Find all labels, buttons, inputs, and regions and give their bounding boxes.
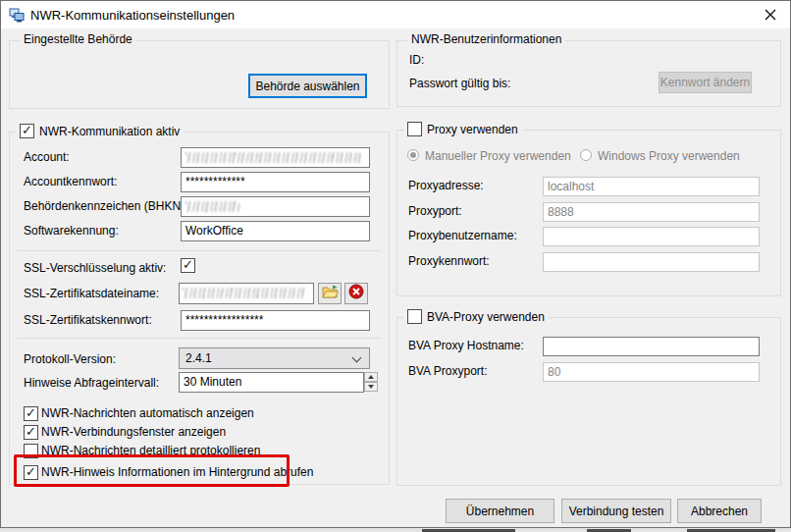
- close-button[interactable]: [751, 1, 790, 28]
- proxybenutzername-field[interactable]: [543, 227, 760, 246]
- red-highlight-annotation: [14, 454, 290, 487]
- intervall-spinner: [364, 372, 378, 393]
- verbindung-testen-button[interactable]: Verbindung testen: [561, 499, 671, 523]
- checkbox-label: NWR-Nachrichten automatisch anzeigen: [41, 406, 254, 420]
- dialog-window: NWR-Kommunikationseinstellungen Eingeste…: [0, 0, 791, 528]
- bva-hostname-field[interactable]: [543, 337, 760, 356]
- redacted-bhknz-value: [185, 201, 239, 212]
- ssl-datei-field[interactable]: [179, 283, 314, 304]
- redacted-ssl-datei-value: [183, 288, 306, 298]
- screen: NWR-Kommunikationseinstellungen Eingeste…: [0, 0, 791, 532]
- softwarekennung-field[interactable]: WorkOffice: [181, 221, 370, 241]
- radio-windows-proxy-label: Windows Proxy verwenden: [598, 149, 740, 163]
- arrow-down-icon: [368, 385, 374, 389]
- passwort-gueltig-label: Passwort gültig bis:: [409, 77, 510, 90]
- nwr-kommunikation-aktiv-checkbox[interactable]: [20, 124, 34, 138]
- proxyadresse-field[interactable]: localhost: [543, 177, 760, 196]
- proxybenutzername-label: Proxybenutzername:: [408, 229, 517, 242]
- spinner-down-button[interactable]: [364, 382, 378, 392]
- background-window-sliver: [0, 528, 791, 532]
- folder-open-icon: [322, 285, 339, 302]
- accountkennwort-field[interactable]: *************: [181, 172, 370, 192]
- bva-hostname-label: BVA Proxy Hostname:: [408, 339, 524, 352]
- group-benutzerinformationen-title: NWR-Benutzerinformationen: [407, 32, 565, 46]
- ssl-kennwort-field[interactable]: *****************: [181, 310, 370, 331]
- bhknz-field[interactable]: [181, 196, 370, 217]
- proxyport-field[interactable]: 8888: [543, 202, 760, 222]
- window-title: NWR-Kommunikationseinstellungen: [30, 8, 235, 23]
- arrow-up-icon: [368, 375, 374, 379]
- browse-certificate-button[interactable]: [318, 283, 342, 304]
- ssl-aktiv-label: SSL-Verschlüsselung aktiv:: [24, 261, 166, 275]
- protokoll-version-dropdown[interactable]: 2.4.1: [179, 347, 370, 369]
- radio-manueller-proxy-label: Manueller Proxy verwenden: [425, 149, 571, 163]
- accountkennwort-label: Accountkennwort:: [24, 175, 117, 188]
- kennwort-aendern-button[interactable]: Kennwort ändern: [659, 72, 752, 93]
- group-eingestellte-behoerde-title: Eingestellte Behörde: [20, 32, 136, 46]
- group-nwr-kommunikation-title: NWR-Kommunikation aktiv: [39, 125, 180, 138]
- ssl-datei-label: SSL-Zertifikatsdateiname:: [24, 287, 159, 300]
- spinner-up-button[interactable]: [364, 372, 378, 382]
- proxykennwort-field[interactable]: [543, 252, 760, 272]
- separator: [17, 250, 382, 251]
- checkbox-verbindungsfenster[interactable]: [24, 425, 38, 440]
- close-icon: [765, 7, 776, 24]
- delete-red-circle-icon: [348, 284, 364, 303]
- proxyadresse-label: Proxyadresse:: [408, 179, 484, 192]
- bva-proxy-verwenden-checkbox[interactable]: [407, 309, 422, 324]
- proxyport-label: Proxyport:: [408, 204, 462, 218]
- softwarekennung-label: Softwarekennung:: [24, 224, 119, 238]
- bhknz-label: Behördenkennzeichen (BHKNZ):: [24, 199, 195, 213]
- intervall-field[interactable]: 30 Minuten: [179, 372, 364, 393]
- separator: [17, 338, 382, 339]
- intervall-label: Hinweise Abfrageintervall:: [24, 376, 159, 390]
- id-label: ID:: [409, 53, 424, 67]
- checkbox-nachrichten-automatisch[interactable]: [24, 406, 38, 421]
- redacted-account-value: [185, 152, 360, 163]
- account-field[interactable]: [181, 147, 370, 168]
- group-bva-proxy-title: BVA-Proxy verwenden: [427, 310, 545, 324]
- clear-certificate-button[interactable]: [344, 283, 368, 304]
- proxy-verwenden-checkbox[interactable]: [407, 122, 422, 136]
- bva-proxyport-field[interactable]: 80: [543, 362, 760, 382]
- uebernehmen-button[interactable]: Übernehmen: [446, 499, 554, 523]
- ssl-aktiv-checkbox[interactable]: [181, 258, 195, 273]
- group-proxy-title: Proxy verwenden: [427, 123, 518, 136]
- title-bar: NWR-Kommunikationseinstellungen: [1, 1, 790, 28]
- bva-proxyport-label: BVA Proxyport:: [408, 364, 487, 378]
- network-computers-icon: [9, 7, 25, 23]
- protokoll-version-label: Protokoll-Version:: [24, 352, 116, 366]
- proxykennwort-label: Proxykennwort:: [408, 254, 490, 268]
- chevron-down-icon: [352, 353, 362, 363]
- behoerde-auswaehlen-button[interactable]: Behörde auswählen: [248, 74, 367, 98]
- checkbox-label: NWR-Verbindungsfenster anzeigen: [41, 425, 226, 439]
- abbrechen-button[interactable]: Abbrechen: [677, 499, 762, 523]
- radio-manueller-proxy[interactable]: [407, 149, 419, 161]
- protokoll-version-value: 2.4.1: [185, 351, 212, 365]
- radio-windows-proxy[interactable]: [580, 149, 592, 161]
- ssl-kennwort-label: SSL-Zertifikatskennwort:: [24, 313, 152, 327]
- account-label: Account:: [24, 150, 70, 164]
